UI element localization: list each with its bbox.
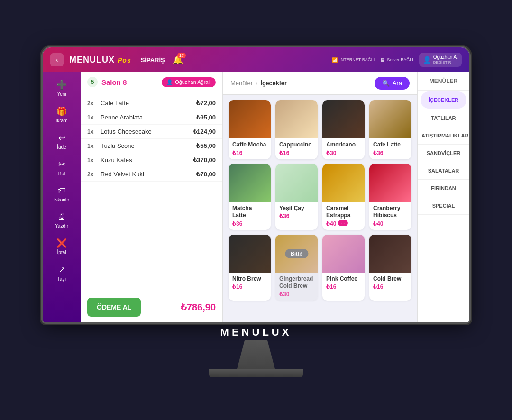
product-card[interactable]: Caramel Esfrappa₺40··· (322, 164, 365, 230)
return-icon: ↩ (58, 133, 65, 143)
waiter-button[interactable]: 👤 Oğuzhan Ağralı (162, 77, 216, 87)
item-qty: 1x (87, 114, 101, 121)
sidebar-label-yazdir: Yazdır (55, 223, 68, 228)
order-item[interactable]: 1x Kuzu Kafes ₺370,00 (81, 153, 222, 167)
app: ‹ MENULUX Pos SİPARİŞ 🔔 17 📶 İNTERNET BA… (43, 47, 469, 322)
cancel-icon: ❌ (56, 238, 67, 248)
menus-header: MENÜLER (418, 72, 469, 91)
breadcrumb-current: İçecekler (260, 80, 287, 87)
product-card[interactable]: Bitti!Gingerbread Cold Brew₺30 (275, 235, 318, 301)
menu-item-icecekler[interactable]: İÇECEKLER (421, 91, 466, 109)
monitor-stand (237, 340, 275, 369)
left-sidebar: ➕ Yeni 🎁 İkram ↩ İade ✂ Böl (43, 72, 81, 322)
product-name: Nitro Brew (232, 275, 267, 283)
item-name: Lotus Cheesecake (101, 128, 193, 135)
item-qty: 1x (87, 157, 101, 164)
main-content: Menüler › İçecekler 🔍 Ara Caffe Mocha₺16… (223, 72, 417, 322)
pay-button[interactable]: ÖDEME AL (87, 298, 141, 317)
sidebar-label-yeni: Yeni (57, 91, 66, 97)
item-qty: 2x (87, 171, 101, 178)
menu-item-firindan[interactable]: FIRINDAN (418, 180, 469, 197)
item-qty: 1x (87, 128, 101, 135)
split-icon: ✂ (58, 159, 65, 170)
sidebar-label-ikram: İkram (56, 118, 68, 123)
product-card[interactable]: Cappuccino₺16 (275, 100, 318, 159)
user-name: Oğuzhan A. (433, 55, 458, 60)
search-button[interactable]: 🔍 Ara (375, 77, 410, 90)
back-button[interactable]: ‹ (50, 53, 64, 66)
product-card[interactable]: Pink Coffee₺16 (322, 235, 365, 301)
user-info: Oğuzhan A. DEĞİŞTİR (433, 55, 458, 65)
product-card[interactable]: Cold Brew₺16 (369, 235, 411, 301)
siparis-label: SİPARİŞ (141, 56, 165, 64)
product-price: ₺16 (326, 283, 336, 290)
bell-button[interactable]: 🔔 17 (173, 55, 183, 65)
product-badge: ··· (338, 220, 347, 226)
item-name: Tuzlu Scone (101, 142, 196, 149)
product-card[interactable]: Matcha Latte₺36 (229, 164, 271, 230)
monitor: ‹ MENULUX Pos SİPARİŞ 🔔 17 📶 İNTERNET BA… (43, 47, 469, 377)
product-card[interactable]: Yeşil Çay₺36 (275, 164, 318, 230)
product-name: Cappuccino (279, 141, 314, 149)
gift-icon: 🎁 (56, 106, 67, 117)
move-icon: ↗ (58, 265, 65, 275)
order-total: ₺786,90 (146, 301, 216, 313)
menu-item-sandvicler[interactable]: SANDVİÇLER (418, 145, 469, 162)
product-name: Caramel Esfrappa (326, 205, 361, 219)
product-price: ₺30 (279, 291, 289, 298)
item-price: ₺370,00 (193, 156, 216, 164)
sidebar-item-yazdir[interactable]: 🖨 Yazdır (46, 208, 77, 232)
order-item[interactable]: 2x Cafe Latte ₺72,00 (81, 96, 222, 110)
content-header: Menüler › İçecekler 🔍 Ara (223, 72, 417, 95)
product-name: Americano (326, 141, 361, 149)
sidebar-label-tasi: Taşı (57, 276, 66, 282)
order-header: 5 Salon 8 👤 Oğuzhan Ağralı (81, 72, 222, 92)
order-item[interactable]: 2x Red Velvet Kuki ₺70,00 (81, 167, 222, 182)
user-menu[interactable]: 👤 Oğuzhan A. DEĞİŞTİR (419, 53, 462, 67)
product-name: Cranberry Hibiscus (373, 205, 408, 219)
item-qty: 1x (87, 143, 101, 149)
sidebar-label-iptal: İptal (57, 250, 66, 255)
waiter-icon: 👤 (166, 79, 173, 85)
product-card[interactable]: Caffe Mocha₺16 (229, 100, 271, 159)
print-icon: 🖨 (57, 212, 66, 222)
order-item[interactable]: 1x Tuzlu Scone ₺55,00 (81, 139, 222, 153)
server-status: 🖥 Server BAĞLI (380, 57, 413, 63)
item-name: Kuzu Kafes (101, 156, 193, 164)
product-name: Yeşil Çay (279, 205, 314, 212)
product-card[interactable]: Cranberry Hibiscus₺40 (369, 164, 411, 230)
products-grid: Caffe Mocha₺16Cappuccino₺16Americano₺30C… (223, 95, 417, 322)
product-card[interactable]: Americano₺30 (322, 100, 365, 159)
sidebar-item-ikram[interactable]: 🎁 İkram (46, 102, 77, 127)
sidebar-item-yeni[interactable]: ➕ Yeni (46, 76, 77, 100)
product-price: ₺16 (232, 150, 242, 156)
order-item[interactable]: 1x Lotus Cheesecake ₺124,90 (81, 125, 222, 139)
sidebar-item-iptal[interactable]: ❌ İptal (46, 234, 77, 259)
sidebar-item-iskonto[interactable]: 🏷 İskonto (46, 182, 77, 206)
product-price: ₺16 (373, 283, 383, 290)
product-card[interactable]: Cafe Latte₺36 (369, 100, 411, 159)
user-change: DEĞİŞTİR (433, 60, 458, 65)
menu-item-special[interactable]: SPECIAL (418, 197, 469, 215)
order-item[interactable]: 1x Penne Arabiata ₺95,00 (81, 110, 222, 125)
product-price: ₺36 (373, 150, 383, 156)
product-name: Pink Coffee (326, 275, 361, 283)
table-name: Salon 8 (101, 78, 158, 86)
sidebar-item-iade[interactable]: ↩ İade (46, 129, 77, 154)
menu-item-salatalar[interactable]: SALATALAR (418, 162, 469, 180)
menu-item-tatlilar[interactable]: TATLILAR (418, 110, 469, 127)
breadcrumb-root[interactable]: Menüler (230, 80, 253, 87)
search-icon: 🔍 (382, 80, 390, 87)
item-qty: 2x (87, 100, 101, 107)
menu-item-atistirmaliklar[interactable]: ATIŞTIRMALIKLAR (418, 127, 469, 145)
sidebar-item-tasi[interactable]: ↗ Taşı (46, 261, 77, 285)
product-card[interactable]: Nitro Brew₺16 (229, 235, 271, 301)
item-price: ₺124,90 (193, 128, 216, 135)
waiter-name: Oğuzhan Ağralı (175, 79, 211, 85)
product-name: Caffe Mocha (232, 141, 267, 149)
user-icon: 👤 (423, 56, 431, 64)
order-items-list: 2x Cafe Latte ₺72,00 1x Penne Arabiata ₺… (81, 92, 222, 292)
monitor-base (209, 369, 303, 377)
item-price: ₺72,00 (196, 100, 216, 107)
sidebar-item-bol[interactable]: ✂ Böl (46, 155, 77, 180)
